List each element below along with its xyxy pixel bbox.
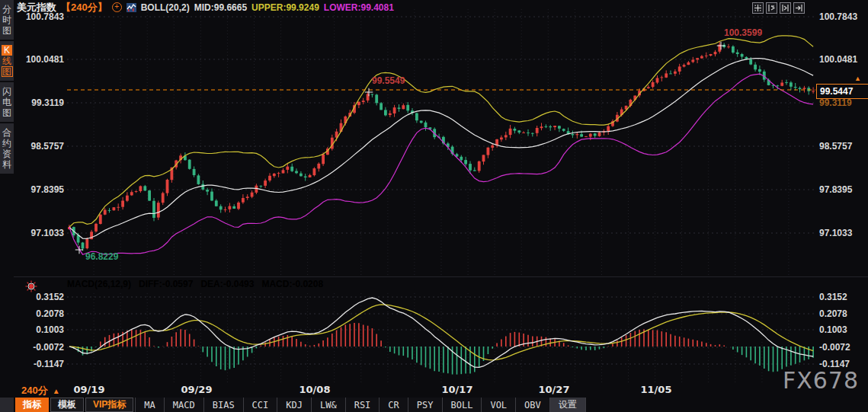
sidebar-item-char: 图	[2, 25, 12, 36]
x-axis: 240分▲ 09/1909/2910/0810/1710/2711/05	[0, 383, 868, 397]
toolbar-tab-indicators[interactable]: 指标	[15, 398, 49, 412]
extreme-marker-icon	[75, 244, 84, 252]
period-label: 【240分】	[61, 1, 107, 14]
extreme-marker-icon	[365, 86, 373, 94]
zoom-out-icon[interactable]: +	[112, 2, 122, 12]
sidebar-item-char: 电	[2, 97, 12, 107]
sidebar-item-char: 料	[2, 159, 12, 170]
x-axis-date-label: 10/08	[299, 384, 331, 395]
sidebar-item-contract-info[interactable]: 合约资料	[0, 123, 14, 174]
sidebar-item-char: 图	[2, 66, 13, 77]
toolbar-corner	[0, 398, 14, 412]
chart-header: 美元指数 【240分】 + BOLL(20,2) MID:99.6665 UPP…	[17, 1, 394, 14]
axis-left-icon[interactable]	[766, 2, 777, 14]
watermark: FX678	[783, 367, 859, 394]
pane-divider	[14, 276, 868, 277]
indicator-button-boll[interactable]: BOLL	[443, 398, 482, 412]
macd-axis-label-right: -0.0072	[819, 342, 850, 353]
price-axis-label-left: 97.1033	[17, 228, 64, 238]
indicator-button-cr[interactable]: CR	[380, 398, 408, 412]
sidebar-item-char: 图	[2, 107, 12, 118]
price-marker-icon: ▲	[854, 75, 861, 82]
indicator-button-kdj[interactable]: KDJ	[277, 398, 312, 412]
sidebar-item-char: 线	[2, 56, 12, 66]
price-axis-label-left: 100.0481	[17, 54, 64, 65]
chart-tools	[752, 2, 805, 14]
symbol-name: 美元指数	[17, 1, 56, 14]
toolbar-tab-vip-indicators[interactable]: VIP指标	[85, 398, 133, 412]
price-axis-label-left: 98.5757	[17, 141, 64, 152]
price-axis-label-right: 97.8395	[819, 184, 852, 195]
period-selector[interactable]: 240分▲	[21, 384, 60, 398]
boll-mid-value: MID:99.6665	[194, 2, 247, 13]
macd-axis-label-left: 0.1003	[17, 324, 64, 335]
macd-header: MACD(26,12,9) DIFF:-0.0597 DEA:-0.0493 M…	[67, 279, 323, 291]
settings-button[interactable]: 设置	[550, 398, 586, 412]
indicator-button-vol[interactable]: VOL	[482, 398, 516, 412]
price-axis-label-right: 100.0481	[819, 54, 857, 65]
price-axis-label-right: 99.3119	[819, 97, 852, 108]
sidebar-item-time-chart[interactable]: 分时图	[0, 0, 14, 40]
current-price-tag: 99.5447	[816, 84, 868, 99]
indicator-button-cci[interactable]: CCI	[244, 398, 278, 412]
indicator-button-obv[interactable]: OBV	[516, 398, 550, 412]
indicator-toolbar: 指标模板VIP指标MAMACDBIASCCIKDJLW&RSICRPSYBOLL…	[0, 398, 868, 412]
macd-dea-value: DEA:-0.0493	[200, 279, 254, 291]
sidebar-item-char: 时	[2, 14, 12, 25]
crosshair-icon[interactable]	[752, 2, 764, 14]
x-axis-date-label: 10/17	[442, 384, 473, 395]
indicator-button-bias[interactable]: BIAS	[204, 398, 244, 412]
sidebar-item-char: 闪	[2, 86, 12, 97]
chart-type-sidebar: 分时图K线图闪电图合约资料	[0, 0, 14, 412]
sidebar-item-flash-chart[interactable]: 闪电图	[0, 82, 14, 122]
boll-lower-value: LOWER:99.4081	[324, 2, 394, 13]
macd-axis-label-right: 0.3152	[819, 292, 847, 302]
x-axis-date-label: 09/29	[181, 384, 213, 395]
macd-label: MACD(26,12,9)	[67, 279, 131, 291]
main-chart-pane[interactable]	[67, 9, 815, 277]
price-axis-label-left: 97.8395	[17, 184, 64, 195]
price-axis-label-right: 97.1033	[819, 228, 852, 238]
sidebar-item-kline-chart[interactable]: K线图	[0, 41, 14, 81]
trading-app-window: 分时图K线图闪电图合约资料 美元指数 【240分】 + BOLL(20,2) M…	[0, 0, 868, 412]
macd-axis-label-left: -0.1147	[17, 359, 64, 369]
macd-axis-label-left: -0.0072	[17, 342, 64, 353]
macd-axis-label-right: 0.2078	[819, 308, 847, 319]
macd-axis-label-left: 0.2078	[17, 308, 64, 319]
macd-axis-label-right: 0.1003	[819, 324, 847, 335]
sidebar-item-char: 分	[2, 4, 12, 14]
indicator-button-psy[interactable]: PSY	[408, 398, 443, 412]
macd-macd-value: MACD:-0.0208	[261, 279, 323, 291]
indicator-button-ma[interactable]: MA	[135, 398, 164, 412]
alert-sun-icon[interactable]	[25, 280, 37, 292]
x-axis-date-label: 10/27	[539, 384, 570, 395]
macd-diff-value: DIFF:-0.0597	[139, 279, 193, 291]
boll-label: BOLL(20,2)	[141, 2, 190, 13]
sidebar-item-char: 约	[2, 138, 12, 149]
price-annotation: 96.8229	[85, 251, 118, 262]
indicator-button-lw[interactable]: LW&	[312, 398, 346, 412]
x-axis-date-label: 11/05	[641, 384, 672, 395]
extreme-marker-icon	[717, 40, 725, 48]
price-axis-label-left: 99.3119	[17, 97, 64, 108]
boll-upper-value: UPPER:99.9249	[251, 2, 319, 13]
period-dropdown-icon: ▲	[53, 387, 60, 395]
sidebar-item-char: K	[2, 45, 12, 56]
sidebar-item-char: 资	[2, 149, 12, 159]
x-axis-date-label: 09/19	[74, 384, 105, 395]
sidebar-item-char: 合	[2, 127, 12, 138]
price-annotation: 99.5549	[372, 75, 405, 86]
pane-shift-icon[interactable]	[793, 2, 805, 14]
macd-pane[interactable]	[67, 293, 815, 385]
price-axis-label-right: 100.7843	[819, 11, 857, 22]
axis-right-icon[interactable]	[780, 2, 791, 14]
price-annotation: 100.3599	[724, 27, 762, 38]
mini-chart-icon[interactable]	[127, 3, 136, 12]
toolbar-tab-templates[interactable]: 模板	[50, 398, 84, 412]
indicator-button-macd[interactable]: MACD	[165, 398, 204, 412]
price-axis-label-right: 98.5757	[819, 141, 852, 152]
indicator-button-rsi[interactable]: RSI	[346, 398, 380, 412]
macd-axis-label-left: 0.3152	[17, 292, 64, 302]
